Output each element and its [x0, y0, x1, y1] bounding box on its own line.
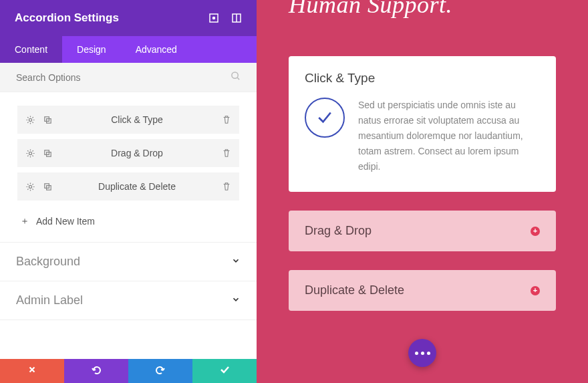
item-label: Duplicate & Delete: [53, 181, 220, 192]
gear-icon[interactable]: [24, 180, 36, 193]
duplicate-icon[interactable]: [41, 180, 53, 193]
chevron-down-icon: [231, 256, 241, 268]
expand-plus-icon[interactable]: +: [531, 286, 540, 295]
tab-advanced[interactable]: Advanced: [121, 36, 192, 63]
trash-icon[interactable]: [220, 180, 233, 193]
check-circle-icon: [305, 98, 345, 138]
footer-buttons: [0, 359, 257, 383]
settings-panel: Accordion Settings Content Design Advanc…: [0, 0, 257, 383]
accordion-item-closed[interactable]: Drag & Drop +: [289, 211, 556, 251]
expand-plus-icon[interactable]: +: [531, 227, 540, 236]
accordion-item-closed[interactable]: Duplicate & Delete +: [289, 270, 556, 311]
search-icon[interactable]: [231, 71, 241, 84]
items-container: Click & Type Drag & Drop Duplicate & Del…: [0, 92, 257, 243]
module-actions-fab[interactable]: [408, 339, 436, 367]
dot-icon: [421, 352, 424, 355]
item-row[interactable]: Click & Type: [17, 106, 239, 134]
check-icon: [219, 364, 230, 378]
header-icon-group: [208, 13, 242, 23]
trash-icon[interactable]: [220, 147, 233, 159]
save-button[interactable]: [192, 359, 257, 383]
svg-line-5: [237, 78, 239, 80]
gear-icon[interactable]: [24, 147, 36, 159]
tab-design[interactable]: Design: [62, 36, 121, 63]
section-background[interactable]: Background: [0, 243, 257, 281]
gear-icon[interactable]: [24, 114, 36, 126]
responsive-icon[interactable]: [208, 13, 219, 23]
search-row: [0, 63, 257, 92]
svg-point-9: [29, 152, 31, 154]
tab-bar: Content Design Advanced: [0, 36, 257, 63]
panel-header: Accordion Settings: [0, 0, 257, 36]
section-label: Background: [16, 255, 80, 269]
preview-pane: Human Support. Click & Type Sed ut persp…: [257, 0, 588, 383]
svg-point-6: [29, 118, 31, 121]
plus-icon: ＋: [20, 215, 29, 227]
close-icon: [27, 365, 37, 377]
section-label: Admin Label: [16, 293, 83, 307]
accordion-body: Sed ut perspiciatis unde omnis iste au n…: [305, 98, 540, 174]
item-label: Drag & Drop: [53, 148, 220, 158]
expand-icon[interactable]: [231, 13, 242, 23]
item-row[interactable]: Duplicate & Delete: [17, 172, 239, 201]
accordion-title: Click & Type: [305, 71, 540, 86]
duplicate-icon[interactable]: [41, 147, 53, 159]
accordion-item-open[interactable]: Click & Type Sed ut perspiciatis unde om…: [289, 56, 556, 192]
svg-point-12: [29, 185, 31, 188]
add-item-button[interactable]: ＋ Add New Item: [17, 206, 239, 242]
svg-point-4: [232, 72, 238, 78]
undo-icon: [91, 364, 102, 378]
duplicate-icon[interactable]: [41, 114, 53, 126]
panel-title: Accordion Settings: [15, 11, 119, 25]
add-item-label: Add New Item: [36, 216, 95, 227]
item-label: Click & Type: [53, 114, 220, 125]
trash-icon[interactable]: [220, 114, 233, 126]
undo-button[interactable]: [64, 359, 128, 383]
item-row[interactable]: Drag & Drop: [17, 139, 239, 167]
accordion: Click & Type Sed ut perspiciatis unde om…: [289, 56, 556, 311]
section-admin-label[interactable]: Admin Label: [0, 281, 257, 320]
svg-point-1: [213, 17, 215, 19]
dot-icon: [427, 352, 430, 355]
accordion-title: Drag & Drop: [305, 224, 372, 238]
redo-icon: [155, 364, 166, 378]
redo-button[interactable]: [128, 359, 192, 383]
chevron-down-icon: [231, 295, 241, 307]
preview-heading: Human Support.: [289, 0, 556, 19]
accordion-text: Sed ut perspiciatis unde omnis iste au n…: [358, 98, 540, 174]
dot-icon: [415, 352, 418, 355]
tab-content[interactable]: Content: [0, 36, 62, 63]
accordion-title: Duplicate & Delete: [305, 283, 404, 297]
cancel-button[interactable]: [0, 359, 64, 383]
search-input[interactable]: [16, 72, 231, 83]
